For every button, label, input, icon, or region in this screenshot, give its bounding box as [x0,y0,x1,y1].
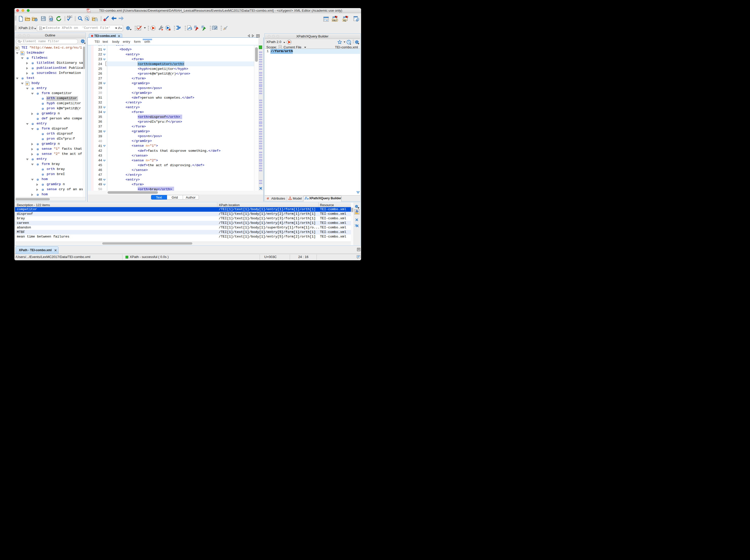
svg-text:XML: XML [86,9,89,11]
svg-text:<●>: <●> [87,11,90,13]
svg-text:XSLT: XSLT [332,19,337,21]
svg-text:✱: ✱ [103,18,106,21]
svg-text:TEI: TEI [16,47,18,49]
svg-text:XQ: XQ [343,19,346,21]
